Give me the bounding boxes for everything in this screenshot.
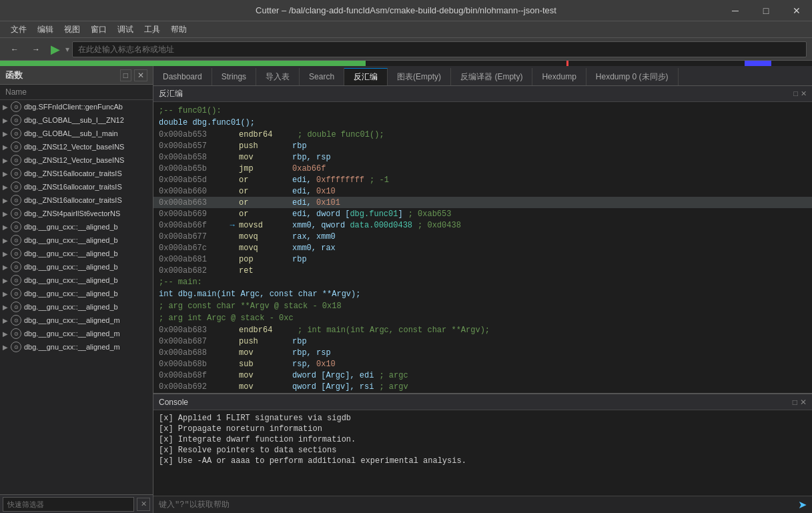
list-item[interactable]: ▶ ⊙ dbg.__gnu_cxx::__aligned_m — [0, 314, 153, 327]
asm-operands: qword [Argv], rsi — [292, 382, 374, 392]
list-item[interactable]: int dbg.main(int Argc, const char **Argv… — [153, 288, 812, 300]
list-item[interactable]: 0x000ab65doredi, 0xffffffff; -1 — [153, 174, 812, 185]
tab-反编译器-(empty)[interactable]: 反编译器 (Empty) — [451, 68, 532, 85]
list-item[interactable]: double dbg.func01(); — [153, 117, 812, 129]
asm-mnemonic: push — [239, 141, 292, 151]
list-item[interactable]: ▶ ⊙ dbg.__gnu_cxx::__aligned_m — [0, 327, 153, 340]
asm-mnemonic: ret — [239, 266, 292, 276]
func-name-label: dbg.__gnu_cxx::__aligned_b — [24, 249, 118, 258]
asm-address: 0x000ab65b — [159, 164, 226, 173]
list-item[interactable]: ▶ ⊙ dbg._ZNSt16allocator_traitsIS — [0, 193, 153, 207]
list-item[interactable]: ;-- main: — [153, 276, 812, 288]
list-item[interactable]: 0x000ab692movqword [Argv], rsi; argv — [153, 381, 812, 392]
list-item[interactable]: ▶ ⊙ dbg.__gnu_cxx::__aligned_b — [0, 274, 153, 287]
list-item[interactable]: 0x000ab688movrbp, rsp — [153, 347, 812, 358]
disasm-close-icon[interactable]: ✕ — [801, 89, 807, 98]
menu-item-窗口[interactable]: 窗口 — [85, 23, 112, 37]
maximize-button[interactable]: □ — [751, 0, 781, 21]
list-item[interactable]: 0x000ab687pushrbp — [153, 336, 812, 347]
run-button[interactable]: ▶ — [48, 42, 63, 57]
list-item[interactable]: 0x000ab663oredi, 0x101 — [153, 197, 812, 208]
filter-input[interactable] — [3, 497, 134, 512]
asm-mnemonic: or — [239, 187, 292, 196]
list-item[interactable]: ▶ ⊙ dbg.__gnu_cxx::__aligned_b — [0, 300, 153, 314]
disasm-console-container: ;-- func01():double dbg.func01();0x000ab… — [153, 102, 812, 513]
list-item[interactable]: 0x000ab683endbr64; int main(int Argc, co… — [153, 324, 812, 336]
list-item[interactable]: ▶ ⊙ dbg._ZNSt4pairIlSt6vectorNS — [0, 207, 153, 220]
list-item[interactable]: ▶ ⊙ dbg.__gnu_cxx::__aligned_b — [0, 260, 153, 274]
tab-hexdump[interactable]: Hexdump — [532, 68, 586, 85]
list-item[interactable]: 0x000ab67cmovqxmm0, rax — [153, 242, 812, 253]
menu-item-视图[interactable]: 视图 — [59, 23, 85, 37]
list-item[interactable]: 0x000ab658movrbp, rsp — [153, 151, 812, 163]
disasm-area[interactable]: ;-- func01():double dbg.func01();0x000ab… — [153, 102, 812, 393]
list-item[interactable]: ▶ ⊙ dbg._GLOBAL__sub_I__ZN12 — [0, 113, 153, 127]
run-dropdown[interactable]: ▾ — [65, 45, 69, 54]
progress-marker — [566, 61, 568, 66]
list-item[interactable]: ▶ ⊙ dbg.__gnu_cxx::__aligned_b — [0, 220, 153, 233]
list-item[interactable]: ▶ ⊙ dbg.SFFnIdClient::genFuncAb — [0, 100, 153, 113]
tab-导入表[interactable]: 导入表 — [256, 68, 300, 85]
func-name-label: dbg.__gnu_cxx::__aligned_b — [24, 276, 118, 284]
list-item[interactable]: 0x000ab677movqrax, xmm0 — [153, 231, 812, 242]
console-maximize-icon[interactable]: □ — [793, 398, 797, 407]
list-item[interactable]: ▶ ⊙ dbg.__gnu_cxx::__aligned_m — [0, 340, 153, 354]
list-item[interactable]: ▶ ⊙ dbg._ZNSt12_Vector_baseINS — [0, 140, 153, 153]
disasm-maximize-icon[interactable]: □ — [793, 89, 798, 98]
list-item[interactable]: 0x000ab66f→movsdxmm0, qword data.000d043… — [153, 219, 812, 231]
tab-图表(empty)[interactable]: 图表(Empty) — [388, 68, 451, 85]
list-item[interactable]: ▶ ⊙ dbg._GLOBAL__sub_I_main — [0, 127, 153, 140]
console-send-button[interactable]: ➤ — [798, 498, 807, 511]
menu-item-帮助[interactable]: 帮助 — [165, 23, 192, 37]
list-item: [x] Integrate dwarf function information… — [159, 434, 807, 445]
forward-button[interactable]: → — [27, 40, 45, 59]
console-close-icon[interactable]: ✕ — [800, 398, 807, 407]
list-item[interactable]: 0x000ab669oredi, dword [dbg.func01]; 0xa… — [153, 208, 812, 219]
list-item[interactable]: 0x000ab657pushrbp — [153, 140, 812, 151]
address-bar[interactable] — [72, 41, 807, 57]
list-item[interactable]: ▶ ⊙ dbg.__gnu_cxx::__aligned_b — [0, 233, 153, 247]
list-item[interactable]: 0x000ab68fmovdword [Argc], edi; argc — [153, 370, 812, 381]
console-input[interactable] — [159, 500, 798, 510]
menu-item-文件[interactable]: 文件 — [5, 23, 32, 37]
functions-panel-header: 函数 □ ✕ — [0, 66, 153, 85]
list-item[interactable]: ; arg int Argc @ stack - 0xc — [153, 312, 812, 324]
menu-item-调试[interactable]: 调试 — [112, 23, 139, 37]
filter-clear-button[interactable]: ✕ — [137, 498, 150, 511]
func-name-label: dbg.__gnu_cxx::__aligned_m — [24, 316, 120, 324]
minimize-button[interactable]: ─ — [720, 0, 751, 21]
tab-search[interactable]: Search — [300, 68, 344, 85]
func-expand-arrow: ▶ — [3, 304, 9, 311]
tab-strings[interactable]: Strings — [212, 68, 256, 85]
func-type-icon: ⊙ — [11, 342, 21, 352]
close-button[interactable]: ✕ — [781, 0, 812, 21]
func-expand-arrow: ▶ — [3, 290, 9, 298]
list-item[interactable]: 0x000ab682ret — [153, 265, 812, 276]
menu-item-工具[interactable]: 工具 — [139, 23, 165, 37]
panel-close-icon[interactable]: ✕ — [134, 69, 147, 81]
list-item[interactable]: ▶ ⊙ dbg._ZNSt16allocator_traitsIS — [0, 180, 153, 193]
back-button[interactable]: ← — [5, 40, 24, 59]
func-type-icon: ⊙ — [11, 315, 21, 326]
list-item[interactable]: ;-- func01(): — [153, 105, 812, 117]
window-controls: ─ □ ✕ — [720, 0, 812, 21]
list-item[interactable]: 0x000ab660oredi, 0x10 — [153, 185, 812, 197]
list-item[interactable]: 0x000ab653endbr64; double func01(); — [153, 129, 812, 140]
list-item[interactable]: 0x000ab68bsubrsp, 0x10 — [153, 358, 812, 370]
tab-反汇编[interactable]: 反汇编 — [344, 68, 388, 85]
menu-item-编辑[interactable]: 编辑 — [32, 23, 59, 37]
list-item[interactable]: ▶ ⊙ dbg.__gnu_cxx::__aligned_b — [0, 287, 153, 300]
tab-bar: DashboardStrings导入表Search反汇编图表(Empty)反编译… — [153, 66, 812, 86]
list-item[interactable]: ; arg const char **Argv @ stack - 0x18 — [153, 300, 812, 312]
list-item[interactable]: ▶ ⊙ dbg._ZNSt16allocator_traitsIS — [0, 167, 153, 180]
tab-dashboard[interactable]: Dashboard — [153, 68, 212, 85]
list-item: [x] Use -AA or aaaa to perform additiona… — [159, 456, 807, 466]
tab-hexdump-0-(未同步)[interactable]: Hexdump 0 (未同步) — [586, 68, 679, 85]
functions-column-header: Name — [0, 85, 153, 100]
list-item[interactable]: ▶ ⊙ dbg.__gnu_cxx::__aligned_b — [0, 247, 153, 260]
list-item[interactable]: ▶ ⊙ dbg._ZNSt12_Vector_baseINS — [0, 153, 153, 167]
list-item[interactable]: 0x000ab65bjmp0xab66f — [153, 163, 812, 174]
asm-address: 0x000ab658 — [159, 153, 226, 162]
list-item[interactable]: 0x000ab681poprbp — [153, 253, 812, 265]
panel-maximize-icon[interactable]: □ — [120, 69, 131, 81]
